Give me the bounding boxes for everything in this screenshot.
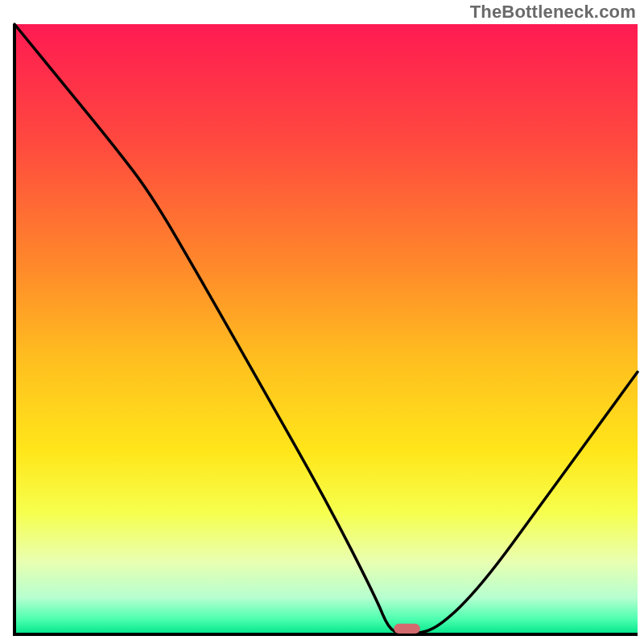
gradient-background <box>14 24 638 634</box>
optimum-marker <box>394 624 420 634</box>
watermark-text: TheBottleneck.com <box>470 2 636 23</box>
bottleneck-chart <box>0 0 644 644</box>
